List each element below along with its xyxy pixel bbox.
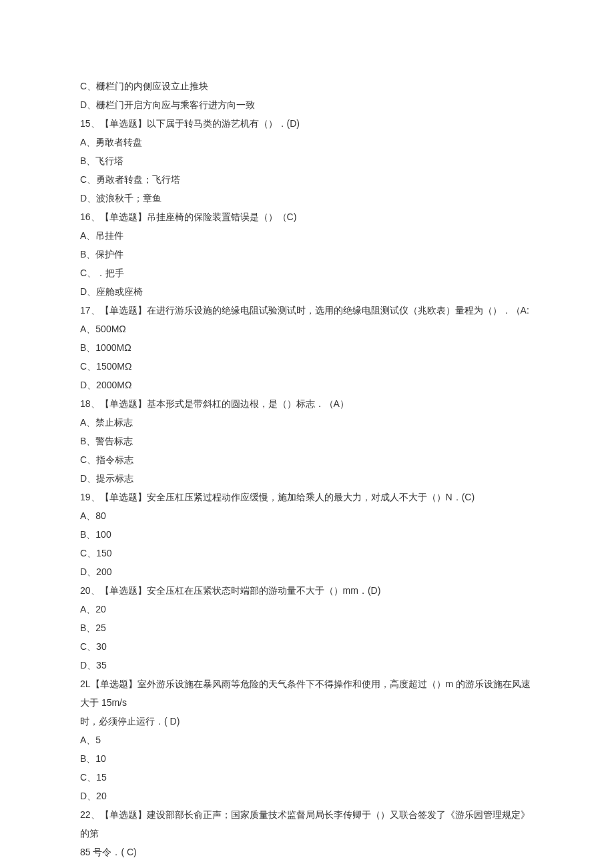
document-line: B、100 xyxy=(80,525,534,544)
document-line: D、波浪秋千；章鱼 xyxy=(80,189,534,207)
document-line: D、200 xyxy=(80,562,534,581)
document-line: C、勇敢者转盘；飞行塔 xyxy=(80,170,534,189)
document-line: B、警告标志 xyxy=(80,432,534,450)
document-line: C、15 xyxy=(80,768,534,787)
document-line: A、禁止标志 xyxy=(80,413,534,432)
document-line: 17、【单选题】在进行游乐设施的绝缘电阻试验测试时，选用的绝缘电阻测试仪（兆欧表… xyxy=(80,301,534,320)
document-line: A、勇敢者转盘 xyxy=(80,133,534,151)
document-line: D、提示标志 xyxy=(80,469,534,488)
document-line: 19、【单选题】安全压杠压紧过程动作应缓慢，施加给乘人的最大力，对成人不大于（）… xyxy=(80,488,534,506)
document-line xyxy=(80,861,534,868)
document-line: C、．把手 xyxy=(80,264,534,282)
document-line: B、1000MΩ xyxy=(80,338,534,357)
document-line: A、5 xyxy=(80,731,534,749)
document-line: C、150 xyxy=(80,544,534,562)
document-line: C、1500MΩ xyxy=(80,357,534,376)
document-line: 2L【单选题】室外游乐设施在暴风雨等危险的天气条件下不得操作和使用，高度超过（）… xyxy=(80,675,534,712)
document-line: 85 号令．( C) xyxy=(80,843,534,861)
document-line: C、栅栏门的内侧应设立止推块 xyxy=(80,77,534,95)
document-line: A、500MΩ xyxy=(80,320,534,338)
document-line: D、座舱或座椅 xyxy=(80,282,534,301)
document-line: D、2000MΩ xyxy=(80,376,534,394)
document-line: 时，必须停止运行．( D) xyxy=(80,712,534,731)
document-line: A、吊挂件 xyxy=(80,226,534,245)
document-line: A、80 xyxy=(80,506,534,525)
document-line: B、飞行塔 xyxy=(80,151,534,170)
document-line: C、30 xyxy=(80,637,534,656)
document-line: 18、【单选题】基本形式是带斜杠的圆边根，是（）标志．（A） xyxy=(80,394,534,413)
document-line: 15、【单选题】以下属于转马类的游艺机有（）．(D) xyxy=(80,114,534,133)
document-line: D、栅栏门开启方向应与乘客行进方向一致 xyxy=(80,95,534,114)
document-line: 16、【单选题】吊挂座椅的保险装置错误是（）（C) xyxy=(80,207,534,226)
document-line: D、35 xyxy=(80,656,534,675)
document-line: D、20 xyxy=(80,787,534,805)
document-line: 20、【单选题】安全压杠在压紧状态时端部的游动量不大于（）mm．(D) xyxy=(80,581,534,600)
document-line: C、指令标志 xyxy=(80,450,534,469)
document-line: B、25 xyxy=(80,618,534,637)
document-line: 22、【单选题】建设部部长俞正声；国家质量技术监督局局长李传卿于（）又联合签发了… xyxy=(80,805,534,843)
document-line: A、20 xyxy=(80,600,534,618)
document-line: B、10 xyxy=(80,749,534,768)
document-line: B、保护件 xyxy=(80,245,534,264)
